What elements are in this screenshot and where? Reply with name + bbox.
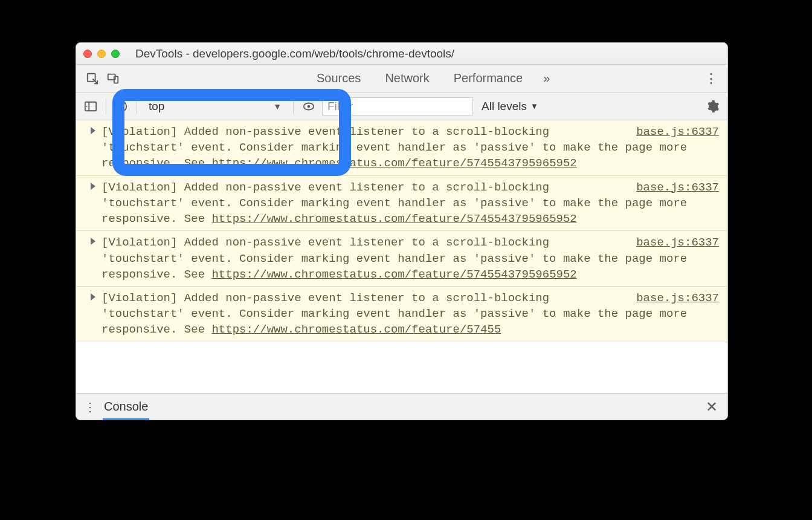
zoom-window-button[interactable] bbox=[111, 50, 120, 58]
tab-sources[interactable]: Sources bbox=[304, 65, 373, 92]
live-expression-icon[interactable] bbox=[299, 97, 318, 115]
toolbar-divider bbox=[293, 99, 294, 114]
console-toolbar: top ▼ All levels ▼ bbox=[76, 93, 727, 120]
expand-triangle-icon[interactable] bbox=[91, 183, 95, 190]
expand-triangle-icon[interactable] bbox=[91, 293, 95, 301]
toggle-console-sidebar-icon[interactable] bbox=[81, 97, 100, 115]
toolbar-divider bbox=[137, 99, 137, 114]
main-menu-button[interactable]: ⋮ bbox=[701, 71, 721, 86]
panel-tabs: Sources Network Performance » ⋮ bbox=[76, 65, 727, 93]
message-source-link[interactable]: base.js:6337 bbox=[636, 124, 719, 140]
message-link[interactable]: https://www.chromestatus.com/feature/574… bbox=[211, 268, 576, 281]
devtools-window: DevTools - developers.google.com/web/too… bbox=[76, 42, 728, 420]
drawer-menu-button[interactable]: ⋮ bbox=[82, 400, 98, 414]
message-link[interactable]: https://www.chromestatus.com/feature/574… bbox=[211, 323, 501, 336]
log-levels-label: All levels bbox=[482, 100, 527, 113]
close-window-button[interactable] bbox=[83, 50, 92, 58]
tab-performance-label: Performance bbox=[454, 71, 523, 85]
window-title: DevTools - developers.google.com/web/too… bbox=[124, 47, 720, 60]
message-source-link[interactable]: base.js:6337 bbox=[636, 290, 719, 306]
message-prefix: [Violation] bbox=[102, 291, 177, 305]
tab-network-label: Network bbox=[385, 71, 429, 85]
tabs-overflow-glyph: » bbox=[543, 71, 550, 85]
svg-point-6 bbox=[308, 105, 311, 108]
console-message[interactable]: base.js:6337 [Violation] Added non-passi… bbox=[76, 287, 727, 342]
filter-input[interactable] bbox=[322, 97, 473, 115]
message-source-link[interactable]: base.js:6337 bbox=[636, 235, 719, 250]
console-message[interactable]: base.js:6337 [Violation] Added non-passi… bbox=[76, 176, 727, 232]
chevron-down-icon: ▼ bbox=[273, 102, 282, 111]
message-prefix: [Violation] bbox=[102, 125, 177, 138]
minimize-window-button[interactable] bbox=[97, 50, 106, 58]
toolbar-divider bbox=[106, 99, 106, 114]
message-prefix: [Violation] bbox=[102, 236, 177, 249]
console-messages[interactable]: base.js:6337 [Violation] Added non-passi… bbox=[76, 120, 727, 393]
drawer-tab-label: Console bbox=[104, 400, 148, 414]
message-prefix: [Violation] bbox=[102, 181, 177, 194]
console-message[interactable]: base.js:6337 [Violation] Added non-passi… bbox=[76, 120, 727, 176]
drawer-tab-console[interactable]: Console bbox=[104, 394, 148, 420]
tab-performance[interactable]: Performance bbox=[442, 65, 535, 92]
console-message[interactable]: base.js:6337 [Violation] Added non-passi… bbox=[76, 231, 727, 287]
window-controls bbox=[83, 50, 120, 58]
clear-console-icon[interactable] bbox=[112, 97, 131, 115]
context-selector[interactable]: top ▼ bbox=[143, 97, 288, 116]
titlebar: DevTools - developers.google.com/web/too… bbox=[76, 43, 727, 65]
drawer: ⋮ Console ✕ bbox=[76, 393, 727, 420]
console-settings-icon[interactable] bbox=[703, 97, 723, 115]
device-toolbar-icon[interactable] bbox=[103, 65, 123, 92]
expand-triangle-icon[interactable] bbox=[91, 127, 95, 134]
tab-sources-label: Sources bbox=[317, 71, 361, 85]
tab-network[interactable]: Network bbox=[373, 65, 441, 92]
message-link[interactable]: https://www.chromestatus.com/feature/574… bbox=[211, 157, 576, 170]
tabs-overflow[interactable]: » bbox=[535, 65, 558, 92]
close-drawer-icon[interactable]: ✕ bbox=[702, 398, 721, 415]
message-source-link[interactable]: base.js:6337 bbox=[636, 180, 719, 195]
expand-triangle-icon[interactable] bbox=[91, 238, 95, 245]
message-link[interactable]: https://www.chromestatus.com/feature/574… bbox=[211, 212, 576, 226]
context-selector-value: top bbox=[149, 100, 164, 113]
inspect-element-icon[interactable] bbox=[82, 65, 103, 92]
chevron-down-icon: ▼ bbox=[530, 102, 538, 111]
log-levels-selector[interactable]: All levels ▼ bbox=[477, 100, 543, 113]
